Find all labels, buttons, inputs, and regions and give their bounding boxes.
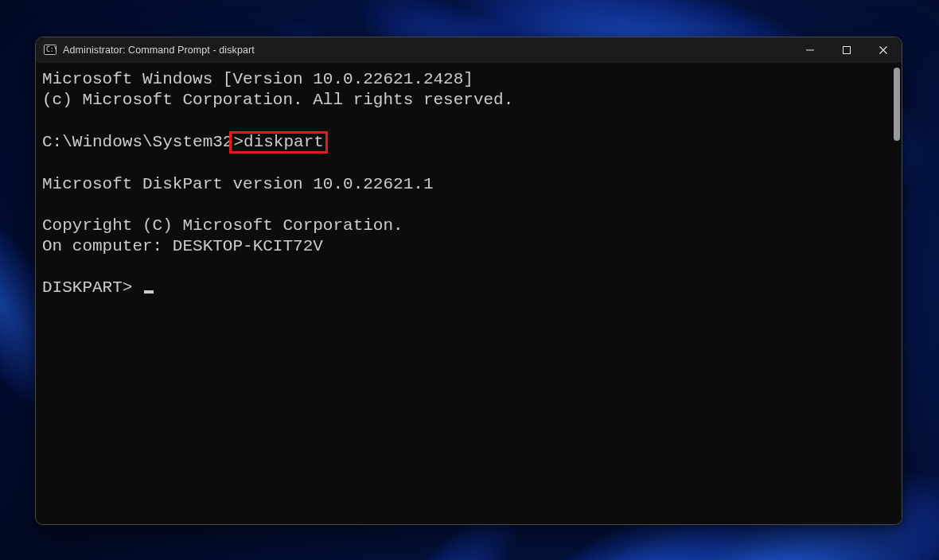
terminal-output: Microsoft Windows [Version 10.0.22621.24… xyxy=(36,63,902,524)
prompt-path: C:\Windows\System32 xyxy=(42,133,232,151)
on-computer-line: On computer: DESKTOP-KCIT72V xyxy=(42,237,323,255)
maximize-button[interactable] xyxy=(828,37,865,63)
maximize-icon xyxy=(843,46,851,54)
prompt-gt: > xyxy=(233,133,244,151)
version-line: Microsoft Windows [Version 10.0.22621.24… xyxy=(42,70,473,88)
svg-rect-3 xyxy=(844,47,851,54)
command-prompt-window: C:\ Administrator: Command Prompt - disk… xyxy=(35,37,902,525)
text-cursor xyxy=(144,290,154,294)
command-highlight: >diskpart xyxy=(229,131,327,154)
close-icon xyxy=(879,46,887,54)
close-button[interactable] xyxy=(865,37,902,63)
diskpart-copyright-line: Copyright (C) Microsoft Corporation. xyxy=(42,216,403,235)
cmd-icon: C:\ xyxy=(44,44,56,56)
typed-command: diskpart xyxy=(244,133,324,151)
window-controls xyxy=(792,37,902,63)
diskpart-version-line: Microsoft DiskPart version 10.0.22621.1 xyxy=(42,175,433,193)
minimize-icon xyxy=(806,46,814,54)
minimize-button[interactable] xyxy=(792,37,828,63)
copyright-line: (c) Microsoft Corporation. All rights re… xyxy=(42,91,513,109)
window-title: Administrator: Command Prompt - diskpart xyxy=(63,45,261,56)
svg-text:C:\: C:\ xyxy=(46,46,56,53)
titlebar[interactable]: C:\ Administrator: Command Prompt - disk… xyxy=(36,37,902,63)
diskpart-prompt: DISKPART> xyxy=(42,278,142,297)
scrollbar-thumb[interactable] xyxy=(894,68,900,141)
svg-rect-2 xyxy=(806,50,814,51)
terminal-area[interactable]: Microsoft Windows [Version 10.0.22621.24… xyxy=(36,63,902,524)
